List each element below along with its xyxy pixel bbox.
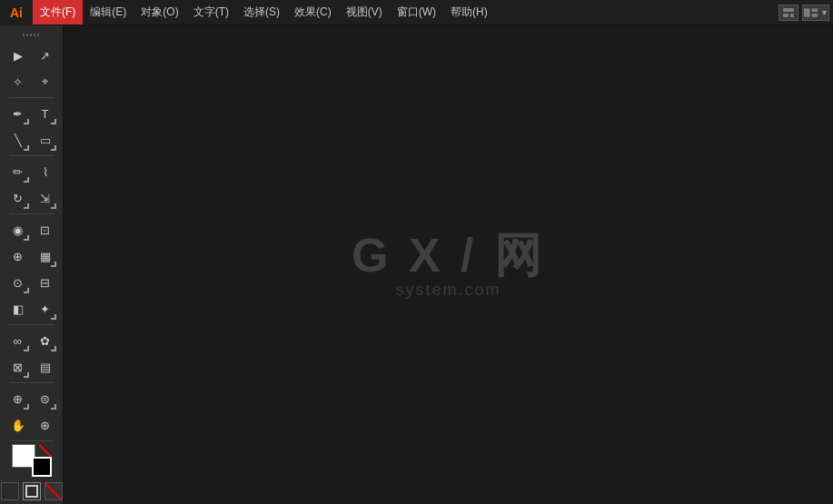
magic-wand-tool[interactable]: ✧ xyxy=(5,69,31,94)
menu-item-o[interactable]: 对象(O) xyxy=(134,0,185,25)
hand-tool[interactable]: ✋ xyxy=(5,412,31,438)
svg-rect-2 xyxy=(790,14,794,17)
watermark: G X / 网 system.com xyxy=(352,231,545,299)
svg-rect-4 xyxy=(811,8,818,12)
tool-row-1: ✧⌖ xyxy=(5,69,58,94)
scale-tool[interactable]: ⇲ xyxy=(33,185,58,211)
tool-separator-5 xyxy=(9,213,55,214)
line-tool[interactable]: ╲ xyxy=(5,127,31,153)
tool-row-3: ╲▭ xyxy=(5,127,58,153)
smooth-tool[interactable]: ⌇ xyxy=(33,159,58,184)
svg-rect-1 xyxy=(783,14,788,17)
shape-builder[interactable]: ⊕ xyxy=(5,243,31,269)
menu-item-c[interactable]: 效果(C) xyxy=(287,0,339,25)
tool-separator-3 xyxy=(9,155,55,156)
pencil-tool[interactable]: ✏ xyxy=(5,159,31,184)
menu-item-s[interactable]: 选择(S) xyxy=(236,0,287,25)
tool-separator-9 xyxy=(9,324,55,325)
menu-item-e[interactable]: 编辑(E) xyxy=(83,0,134,25)
live-paint[interactable]: ▦ xyxy=(33,243,58,269)
column-graph[interactable]: ⊠ xyxy=(5,354,31,380)
tool-row-12: ⊕⊜ xyxy=(5,386,58,411)
menu-item-f[interactable]: 文件(F) xyxy=(33,0,83,25)
direct-selection-tool[interactable]: ↗ xyxy=(33,43,58,68)
canvas-area: G X / 网 system.com xyxy=(64,25,833,504)
tool-row-4: ✏⌇ xyxy=(5,159,58,184)
eyedropper-tool[interactable]: ✦ xyxy=(33,296,58,321)
free-transform[interactable]: ⊡ xyxy=(33,217,58,242)
type-tool[interactable]: T xyxy=(33,101,58,126)
tool-row-9: ◧✦ xyxy=(5,296,58,321)
svg-rect-5 xyxy=(811,13,818,16)
slice-tool[interactable]: ⊕ xyxy=(5,386,31,411)
tool-row-11: ⊠▤ xyxy=(5,354,58,380)
selection-tool[interactable]: ▶ xyxy=(5,43,31,68)
menu-item-h[interactable]: 帮助(H) xyxy=(443,0,495,25)
tool-row-13: ✋⊕ xyxy=(5,412,58,438)
none-icon[interactable] xyxy=(39,444,52,457)
none-color-box[interactable] xyxy=(45,482,63,500)
tool-separator-11 xyxy=(9,382,55,383)
rect-tool[interactable]: ▭ xyxy=(33,127,58,153)
tool-row-2: ✒T xyxy=(5,101,58,126)
toolbar-handle-dots xyxy=(23,34,41,36)
menu-bar: 文件(F)编辑(E)对象(O)文字(T)选择(S)效果(C)视图(V)窗口(W)… xyxy=(33,0,778,25)
tool-separator-13 xyxy=(9,440,55,441)
menu-item-w[interactable]: 窗口(W) xyxy=(390,0,443,25)
ai-logo: Ai xyxy=(0,0,33,25)
artboard-tool[interactable]: ▤ xyxy=(33,354,58,380)
tool-rows-container: ▶↗✧⌖✒T╲▭✏⌇↻⇲◉⊡⊕▦⊙⊟◧✦∞✿⊠▤⊕⊜✋⊕ xyxy=(5,43,58,444)
lasso-tool[interactable]: ⌖ xyxy=(33,69,58,94)
warp-tool[interactable]: ◉ xyxy=(5,217,31,242)
bottom-icons xyxy=(1,482,63,500)
workspace-switcher-btn[interactable] xyxy=(778,5,798,21)
rotate-tool[interactable]: ↻ xyxy=(5,185,31,211)
toolbar-handle[interactable] xyxy=(0,29,63,41)
blend-tool[interactable]: ∞ xyxy=(5,328,31,353)
symbol-sprayer[interactable]: ✿ xyxy=(33,328,58,353)
menu-item-t[interactable]: 文字(T) xyxy=(186,0,236,25)
perspective-grid[interactable]: ⊙ xyxy=(5,270,31,295)
title-bar: Ai 文件(F)编辑(E)对象(O)文字(T)选择(S)效果(C)视图(V)窗口… xyxy=(0,0,833,25)
color-area xyxy=(1,444,63,504)
svg-rect-3 xyxy=(804,8,810,16)
tool-row-7: ⊕▦ xyxy=(5,243,58,269)
menu-item-v[interactable]: 视图(V) xyxy=(339,0,390,25)
tool-row-0: ▶↗ xyxy=(5,43,58,68)
color-swatches xyxy=(12,444,52,477)
tool-row-6: ◉⊡ xyxy=(5,217,58,242)
tool-row-8: ⊙⊟ xyxy=(5,270,58,295)
arrangement-btn[interactable]: ▼ xyxy=(802,5,829,21)
zoom-tool[interactable]: ⊕ xyxy=(33,412,58,438)
eraser-tool[interactable]: ⊜ xyxy=(33,386,58,411)
pen-tool[interactable]: ✒ xyxy=(5,101,31,126)
watermark-line2: system.com xyxy=(352,280,545,299)
tool-separator-1 xyxy=(9,97,55,98)
stroke-color-box[interactable] xyxy=(23,482,41,500)
tool-row-10: ∞✿ xyxy=(5,328,58,353)
right-controls: ▼ xyxy=(778,5,829,21)
fill-color-box[interactable] xyxy=(1,482,19,500)
stroke-swatch[interactable] xyxy=(32,457,52,477)
main-area: ▶↗✧⌖✒T╲▭✏⌇↻⇲◉⊡⊕▦⊙⊟◧✦∞✿⊠▤⊕⊜✋⊕ G X / 网 xyxy=(0,25,833,504)
gradient-tool[interactable]: ◧ xyxy=(5,296,31,321)
tool-row-5: ↻⇲ xyxy=(5,185,58,211)
mesh-tool[interactable]: ⊟ xyxy=(33,270,58,295)
watermark-line1: G X / 网 xyxy=(352,231,545,278)
svg-rect-0 xyxy=(783,8,794,12)
toolbar: ▶↗✧⌖✒T╲▭✏⌇↻⇲◉⊡⊕▦⊙⊟◧✦∞✿⊠▤⊕⊜✋⊕ xyxy=(0,25,64,504)
